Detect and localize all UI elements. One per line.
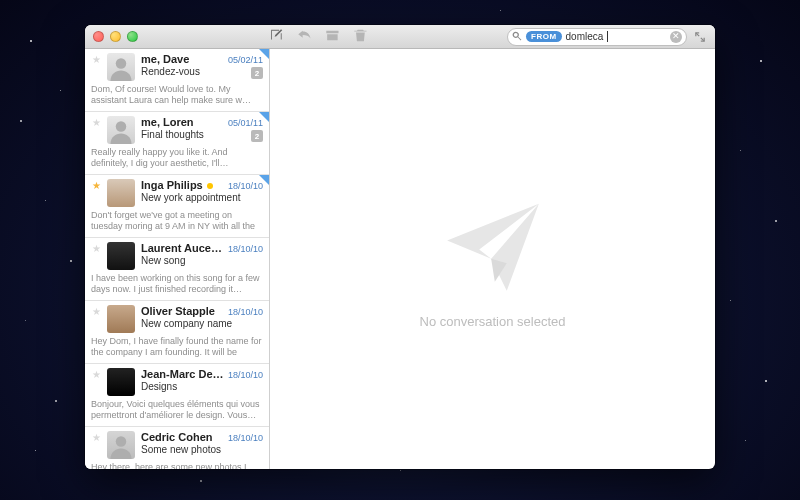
message-subject: Final thoughts — [141, 129, 263, 140]
compose-button[interactable] — [267, 29, 285, 45]
star-icon[interactable]: ★ — [92, 370, 101, 380]
search-caret — [607, 31, 608, 42]
flag-indicator-icon — [259, 49, 269, 59]
search-filter-token[interactable]: FROM — [526, 31, 562, 42]
conversation-item[interactable]: ★ me, Loren 05/01/11 Final thoughts 2 Re… — [85, 112, 269, 175]
conversation-item[interactable]: ★ Laurent Aucerve 18/10/10 New song I ha… — [85, 238, 269, 301]
message-preview: I have been working on this song for a f… — [91, 273, 263, 295]
content-pane: No conversation selected — [270, 49, 715, 469]
archive-icon — [325, 28, 339, 46]
compose-icon — [269, 28, 283, 46]
flag-indicator-icon — [259, 175, 269, 185]
message-subject: Some new photos — [141, 444, 263, 455]
sender-name: me, Dave — [141, 53, 189, 65]
sender-name: Oliver Stapple — [141, 305, 215, 317]
message-preview: Hey there, here are some new photos I ha… — [91, 462, 263, 469]
avatar — [107, 179, 135, 207]
message-date: 18/10/10 — [228, 307, 263, 317]
trash-icon — [353, 28, 367, 46]
star-icon[interactable]: ★ — [92, 307, 101, 317]
message-count-badge: 2 — [251, 130, 263, 142]
conversation-item[interactable]: ★ me, Dave 05/02/11 Rendez-vous 2 Dom, O… — [85, 49, 269, 112]
message-date: 18/10/10 — [228, 433, 263, 443]
message-subject: Rendez-vous — [141, 66, 263, 77]
sender-name: Jean-Marc Denis — [141, 368, 224, 380]
zoom-window-button[interactable] — [127, 31, 138, 42]
message-count-badge: 2 — [251, 67, 263, 79]
conversation-item[interactable]: ★ Oliver Stapple 18/10/10 New company na… — [85, 301, 269, 364]
titlebar: FROM domleca ✕ — [85, 25, 715, 49]
message-preview: Hey Dom, I have finally found the name f… — [91, 336, 263, 358]
fullscreen-button[interactable] — [693, 30, 707, 44]
mail-window: FROM domleca ✕ ★ — [85, 25, 715, 469]
reply-icon — [297, 28, 311, 46]
fullscreen-icon — [695, 28, 705, 46]
clear-search-button[interactable]: ✕ — [670, 31, 682, 43]
star-icon[interactable]: ★ — [92, 433, 101, 443]
message-date: 18/10/10 — [228, 244, 263, 254]
avatar — [107, 242, 135, 270]
sender-name: me, Loren — [141, 116, 194, 128]
conversation-item[interactable]: ★ Cedric Cohen 18/10/10 Some new photos … — [85, 427, 269, 469]
avatar — [107, 368, 135, 396]
avatar — [107, 53, 135, 81]
message-preview: Don't forget we've got a meeting on tues… — [91, 210, 263, 232]
empty-state-label: No conversation selected — [420, 314, 566, 329]
flag-indicator-icon — [259, 112, 269, 122]
reply-button[interactable] — [295, 29, 313, 45]
conversation-item[interactable]: ★ Jean-Marc Denis 18/10/10 Designs Bonjo… — [85, 364, 269, 427]
message-date: 18/10/10 — [228, 370, 263, 380]
svg-point-1 — [116, 121, 127, 132]
window-controls — [93, 31, 138, 42]
search-text: domleca — [566, 31, 604, 42]
star-icon[interactable]: ★ — [92, 244, 101, 254]
message-subject: New york appointment — [141, 192, 263, 203]
close-icon: ✕ — [672, 32, 680, 41]
message-date: 18/10/10 — [228, 181, 263, 191]
message-date: 05/01/11 — [228, 118, 263, 128]
sender-name: Laurent Aucerve — [141, 242, 224, 254]
trash-button[interactable] — [351, 29, 369, 45]
message-subject: New company name — [141, 318, 263, 329]
message-preview: Dom, Of course! Would love to. My assist… — [91, 84, 263, 106]
svg-point-0 — [116, 58, 127, 69]
toolbar-buttons — [267, 29, 369, 45]
message-subject: Designs — [141, 381, 263, 392]
avatar — [107, 116, 135, 144]
conversation-item[interactable]: ★ Inga Philips 18/10/10 New york appoint… — [85, 175, 269, 238]
paper-plane-icon — [438, 190, 548, 300]
message-date: 05/02/11 — [228, 55, 263, 65]
sender-name: Cedric Cohen — [141, 431, 213, 443]
sender-name: Inga Philips — [141, 179, 203, 191]
search-icon — [512, 31, 522, 43]
message-preview: Really really happy you like it. And def… — [91, 147, 263, 169]
search-field[interactable]: FROM domleca ✕ — [507, 28, 687, 46]
close-window-button[interactable] — [93, 31, 104, 42]
star-icon[interactable]: ★ — [92, 181, 101, 191]
conversation-list[interactable]: ★ me, Dave 05/02/11 Rendez-vous 2 Dom, O… — [85, 49, 270, 469]
svg-point-2 — [116, 436, 127, 447]
online-status-icon — [207, 183, 213, 189]
minimize-window-button[interactable] — [110, 31, 121, 42]
avatar — [107, 431, 135, 459]
message-preview: Bonjour, Voici quelques éléments qui vou… — [91, 399, 263, 421]
star-icon[interactable]: ★ — [92, 118, 101, 128]
archive-button[interactable] — [323, 29, 341, 45]
avatar — [107, 305, 135, 333]
message-subject: New song — [141, 255, 263, 266]
star-icon[interactable]: ★ — [92, 55, 101, 65]
